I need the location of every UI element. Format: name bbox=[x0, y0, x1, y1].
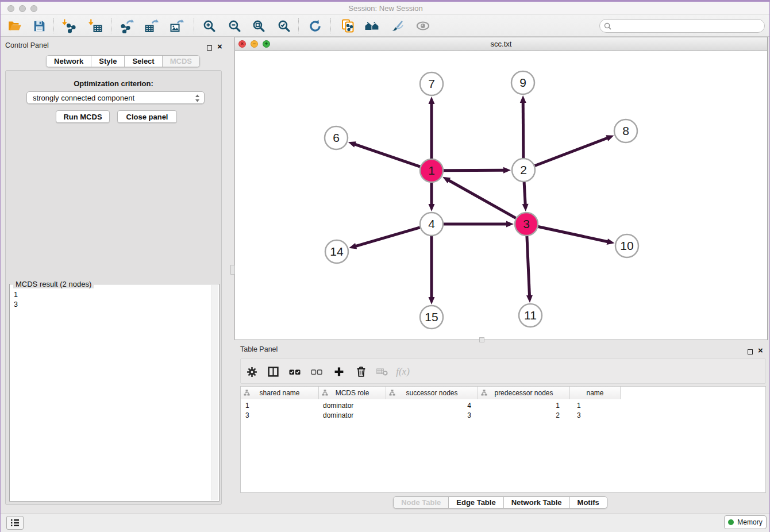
export-network-button[interactable] bbox=[117, 17, 138, 35]
splitter-handle-vertical[interactable] bbox=[230, 265, 235, 275]
mcds-panel: Optimization criterion: strongly connect… bbox=[5, 70, 222, 505]
float-panel-button[interactable] bbox=[207, 43, 212, 53]
criterion-select[interactable]: strongly connected component bbox=[26, 91, 205, 104]
deselect-all-button[interactable] bbox=[307, 359, 326, 384]
zoom-selected-icon bbox=[277, 19, 291, 33]
tab-network[interactable]: Network bbox=[47, 56, 91, 67]
function-builder-button[interactable]: f(x) bbox=[393, 359, 413, 384]
delete-table-button[interactable] bbox=[372, 359, 392, 384]
graph-edge-arrowhead bbox=[526, 295, 533, 303]
show-column-button[interactable] bbox=[263, 359, 283, 384]
graph-node-label: 4 bbox=[428, 217, 435, 230]
toolbar-separator bbox=[330, 18, 331, 33]
tab-select[interactable]: Select bbox=[125, 56, 162, 67]
import-network-button[interactable] bbox=[58, 17, 80, 35]
graph-edge-2-3[interactable] bbox=[524, 182, 525, 205]
graph-edge-arrowhead bbox=[349, 243, 357, 249]
float-icon bbox=[207, 45, 212, 51]
run-mcds-button[interactable]: Run MCDS bbox=[56, 110, 110, 123]
attribute-icon bbox=[481, 390, 487, 396]
main-toolbar bbox=[1, 15, 770, 37]
visibility-eye-button[interactable] bbox=[412, 17, 434, 35]
select-all-button[interactable] bbox=[285, 359, 305, 384]
style-paint-button[interactable] bbox=[387, 17, 409, 35]
tab-edge-table[interactable]: Edge Table bbox=[449, 497, 503, 508]
memory-button[interactable]: Memory bbox=[724, 515, 767, 529]
toolbar-separator bbox=[194, 18, 194, 33]
graph-edge-4-14[interactable] bbox=[355, 228, 420, 246]
graph-edge-2-9[interactable] bbox=[523, 102, 523, 158]
import-table-icon bbox=[88, 18, 103, 33]
zoom-in-icon bbox=[202, 19, 217, 33]
save-floppy-icon bbox=[32, 19, 47, 33]
attribute-icon bbox=[244, 390, 250, 396]
window-title: Session: New Session bbox=[1, 4, 770, 13]
zoom-in-button[interactable] bbox=[198, 17, 220, 35]
graph-node-label: 15 bbox=[425, 310, 438, 323]
toolbar-separator bbox=[53, 18, 54, 33]
column-header-shared-name[interactable]: shared name bbox=[241, 387, 319, 399]
column-header-mcds-role[interactable]: MCDS role bbox=[319, 387, 386, 399]
import-table-button[interactable] bbox=[84, 17, 106, 35]
zoom-out-button[interactable] bbox=[224, 17, 245, 35]
first-neighbors-button[interactable] bbox=[361, 17, 383, 35]
tab-motifs[interactable]: Motifs bbox=[570, 497, 607, 508]
open-session-button[interactable] bbox=[4, 17, 26, 35]
gear-icon bbox=[247, 367, 257, 377]
splitter-handle-horizontal[interactable] bbox=[479, 337, 484, 342]
result-scrollbar[interactable] bbox=[211, 285, 218, 500]
graph-edge-3-10[interactable] bbox=[538, 226, 609, 242]
close-table-panel-button[interactable]: × bbox=[758, 345, 763, 356]
table-row[interactable]: 1 dominator 4 1 1 bbox=[241, 400, 621, 410]
graph-svg[interactable]: 1234678910111415 bbox=[235, 51, 767, 340]
table-row[interactable]: 3 dominator 3 2 3 bbox=[241, 410, 621, 420]
export-table-button[interactable] bbox=[141, 17, 163, 35]
float-table-panel-button[interactable] bbox=[748, 346, 753, 357]
cell-shared-name: 1 bbox=[241, 400, 319, 410]
graph-node-label: 6 bbox=[333, 131, 340, 144]
graph-edge-1-6[interactable] bbox=[354, 144, 420, 167]
graph-edge-arrowhead bbox=[503, 167, 511, 174]
column-header-predecessor-nodes[interactable]: predecessor nodes bbox=[478, 387, 570, 399]
table-tabs: Node Table Edge Table Network Table Moti… bbox=[233, 496, 767, 508]
columns-icon bbox=[268, 367, 279, 377]
search-field[interactable] bbox=[599, 19, 765, 33]
cell-shared-name: 3 bbox=[241, 410, 319, 420]
zoom-selected-button[interactable] bbox=[273, 17, 295, 35]
column-header-successor-nodes[interactable]: successor nodes bbox=[386, 387, 478, 399]
cell-mcds-role: dominator bbox=[319, 410, 386, 420]
delete-column-button[interactable] bbox=[351, 359, 371, 384]
mcds-result-line: 1 bbox=[10, 290, 219, 300]
add-column-button[interactable] bbox=[329, 359, 349, 384]
cell-successor-nodes: 3 bbox=[386, 410, 478, 420]
graph-edge-1-2[interactable] bbox=[444, 170, 505, 171]
tab-style[interactable]: Style bbox=[91, 56, 125, 67]
duplicate-network-button[interactable] bbox=[337, 17, 359, 35]
graph-edge-3-1[interactable] bbox=[448, 180, 516, 218]
refresh-button[interactable] bbox=[304, 17, 326, 35]
graph-edge-arrowhead bbox=[520, 95, 526, 103]
export-image-button[interactable] bbox=[166, 17, 188, 35]
search-input[interactable] bbox=[614, 21, 764, 30]
export-table-icon bbox=[144, 18, 159, 33]
criterion-value: strongly connected component bbox=[33, 94, 134, 102]
table-settings-button[interactable] bbox=[242, 359, 261, 384]
memory-label: Memory bbox=[737, 518, 762, 526]
show-panels-button[interactable] bbox=[6, 516, 24, 530]
toolbar-separator bbox=[111, 18, 111, 33]
tab-network-table[interactable]: Network Table bbox=[504, 497, 570, 508]
network-canvas[interactable]: 1234678910111415 bbox=[235, 51, 767, 340]
close-icon: × bbox=[758, 345, 763, 355]
close-panel-action-button[interactable]: Close panel bbox=[117, 110, 177, 123]
status-bar: Memory bbox=[1, 514, 770, 532]
tab-node-table[interactable]: Node Table bbox=[394, 497, 449, 508]
graph-node-label: 2 bbox=[520, 163, 527, 176]
zoom-fit-button[interactable] bbox=[248, 17, 270, 35]
tab-mcds[interactable]: MCDS bbox=[163, 56, 199, 67]
save-session-button[interactable] bbox=[28, 17, 50, 35]
close-panel-button[interactable]: × bbox=[217, 41, 222, 52]
node-table: shared name MCDS role successor nodes pr… bbox=[240, 386, 766, 493]
graph-edge-2-8[interactable] bbox=[535, 138, 609, 166]
graph-edge-3-11[interactable] bbox=[527, 236, 530, 296]
column-header-name[interactable]: name bbox=[570, 387, 621, 399]
